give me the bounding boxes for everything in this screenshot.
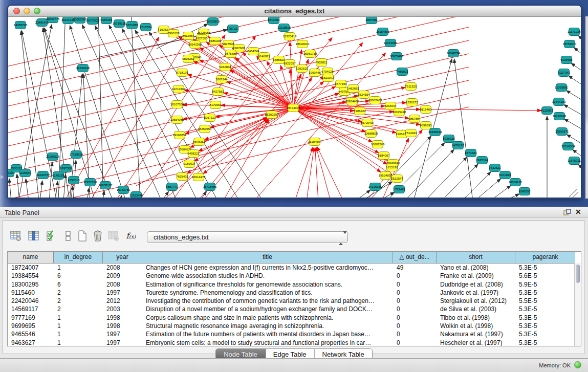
graph-node[interactable]: 12093882 <box>555 84 569 92</box>
table-cell[interactable]: 5.3E-5 <box>515 339 575 346</box>
graph-edge[interactable] <box>441 164 478 198</box>
graph-node[interactable]: 12042757 <box>36 171 50 179</box>
graph-node[interactable]: 9184067 <box>378 152 390 160</box>
graph-node[interactable]: 16033809 <box>206 18 220 26</box>
table-cell[interactable]: 5.5E-5 <box>515 297 575 305</box>
table-cell[interactable]: 1 <box>54 330 103 338</box>
graph-node[interactable]: 12444153 <box>552 98 566 106</box>
table-selector-dropdown[interactable]: citations_edges.txt <box>147 231 348 243</box>
table-row[interactable]: 1938455462009Genome-wide association stu… <box>8 272 581 280</box>
graph-edge[interactable] <box>578 35 581 53</box>
graph-node[interactable]: 9699695 <box>420 122 432 129</box>
table-cell[interactable]: 9465546 <box>8 330 54 338</box>
table-cell[interactable]: 5.6E-5 <box>515 272 575 280</box>
deselect-all-button[interactable] <box>61 229 75 243</box>
table-cell[interactable]: 6 <box>54 272 103 280</box>
graph-edge[interactable] <box>569 76 581 95</box>
graph-node[interactable]: 10025438 <box>393 108 406 116</box>
new-table-button[interactable] <box>76 229 89 243</box>
graph-node[interactable]: 15692971 <box>555 128 569 136</box>
table-cell[interactable]: 0 <box>393 305 437 313</box>
table-body[interactable]: 1872400712008Changes of HCN gene express… <box>8 264 581 346</box>
graph-node[interactable]: 1733426 <box>393 186 405 193</box>
table-cell[interactable]: Genome-wide association studies in ADHD. <box>142 272 393 280</box>
table-cell[interactable]: 2 <box>54 297 103 305</box>
graph-node[interactable]: 12923446 <box>129 192 143 199</box>
table-cell[interactable]: Estimation of significance thresholds fo… <box>142 280 393 289</box>
graph-node[interactable]: 8938928 <box>443 135 455 143</box>
graph-node[interactable]: 9227343 <box>558 69 570 77</box>
table-cell[interactable]: 5.9E-5 <box>515 280 575 289</box>
table-cell[interactable]: 1998 <box>103 314 142 322</box>
table-cell[interactable]: 1 <box>54 264 103 272</box>
select-all-button[interactable] <box>45 229 58 243</box>
table-cell[interactable]: 9115460 <box>8 289 54 297</box>
select-column-button[interactable] <box>27 229 40 243</box>
graph-node[interactable]: 7485001 <box>396 68 408 76</box>
network-graph[interactable]: 1872400725300297716382289601288912954252… <box>8 17 581 198</box>
table-cell[interactable]: Nakamura et al. (1997) <box>437 330 515 338</box>
column-header-out_de[interactable]: △ out_de... <box>393 252 437 263</box>
table-cell[interactable]: Embryonic stem cells: a model to study s… <box>142 339 393 346</box>
graph-node[interactable]: 6479197 <box>452 142 464 149</box>
graph-node[interactable]: 1615192 <box>386 164 398 171</box>
table-cell[interactable]: 1 <box>54 339 103 346</box>
graph-node[interactable]: 9169934 <box>183 160 195 168</box>
graph-node[interactable]: 20153346 <box>76 64 90 72</box>
graph-edge[interactable] <box>578 164 581 182</box>
graph-node[interactable]: 3624554 <box>358 91 370 99</box>
table-cell[interactable]: Yano et al. (2008) <box>437 264 515 272</box>
graph-node[interactable]: 11171234 <box>568 28 581 36</box>
graph-node[interactable]: 9474444 <box>465 149 477 157</box>
graph-node[interactable]: 9896262 <box>182 55 194 63</box>
table-cell[interactable]: 14569117 <box>8 305 54 313</box>
table-header-row[interactable]: namein_degreeyeartitle△ out_de...shortpa… <box>8 252 581 264</box>
table-cell[interactable]: 0 <box>393 322 437 330</box>
table-cell[interactable]: de Silva et al. (2003) <box>437 305 515 313</box>
graph-node[interactable]: 16409544 <box>428 128 442 136</box>
graph-node[interactable]: 7357227 <box>227 25 239 33</box>
graph-node[interactable]: 11675331 <box>568 157 581 165</box>
table-cell[interactable]: 49 <box>393 264 437 272</box>
graph-edge[interactable] <box>490 186 511 198</box>
table-cell[interactable]: 2 <box>54 305 103 313</box>
graph-node[interactable]: 17016504 <box>561 143 575 150</box>
graph-node[interactable]: 16958107 <box>99 182 113 189</box>
table-cell[interactable]: Changes of HCN gene expression and I(f) … <box>142 264 393 272</box>
graph-edge[interactable] <box>566 91 581 109</box>
graph-edge[interactable] <box>564 104 581 123</box>
table-row[interactable]: 977716911998Corpus callosum shape and si… <box>8 314 581 322</box>
graph-edge[interactable] <box>87 188 89 198</box>
table-cell[interactable]: Investigating the contribution of common… <box>142 297 393 305</box>
table-cell[interactable]: 5.3E-5 <box>515 289 575 297</box>
graph-node[interactable]: 9857884 <box>408 115 421 123</box>
column-header-pagerank[interactable]: pagerank <box>515 252 575 263</box>
graph-node[interactable]: 10807487 <box>368 97 382 104</box>
table-row[interactable]: 969969511998Structural magnetic resonanc… <box>8 322 581 330</box>
graph-edge[interactable] <box>49 162 52 198</box>
graph-node[interactable]: 10973493 <box>390 53 404 60</box>
graph-node[interactable]: 15270023 <box>86 17 100 25</box>
table-cell[interactable]: 1997 <box>103 339 142 346</box>
table-cell[interactable]: 2 <box>54 289 103 297</box>
table-cell[interactable]: 0 <box>393 280 437 289</box>
graph-node[interactable]: 20364486 <box>345 98 359 105</box>
graph-edge[interactable] <box>8 17 469 113</box>
table-cell[interactable]: Disruption of a novel member of a sodium… <box>142 305 393 313</box>
graph-node[interactable]: 14136161 <box>368 183 382 191</box>
table-cell[interactable]: 5.3E-5 <box>515 330 575 338</box>
graph-node[interactable]: 2718176 <box>176 69 188 77</box>
graph-node[interactable]: 15751074 <box>563 40 577 48</box>
graph-edge[interactable] <box>504 194 519 198</box>
table-cell[interactable]: 5.3E-5 <box>515 314 575 322</box>
graph-edge[interactable] <box>425 157 467 198</box>
graph-node[interactable]: 14055725 <box>14 21 28 29</box>
graph-node[interactable]: 15720407 <box>361 119 375 127</box>
table-cell[interactable]: 0 <box>393 297 437 305</box>
table-row[interactable]: 946362711997Embryonic stem cells: a mode… <box>8 339 581 346</box>
table-cell[interactable]: 5.3E-5 <box>515 322 575 330</box>
table-cell[interactable]: 2003 <box>103 305 142 313</box>
graph-edge[interactable] <box>204 108 293 140</box>
graph-node[interactable]: 8427552 <box>212 88 224 96</box>
graph-node[interactable]: 16782759 <box>117 186 130 194</box>
